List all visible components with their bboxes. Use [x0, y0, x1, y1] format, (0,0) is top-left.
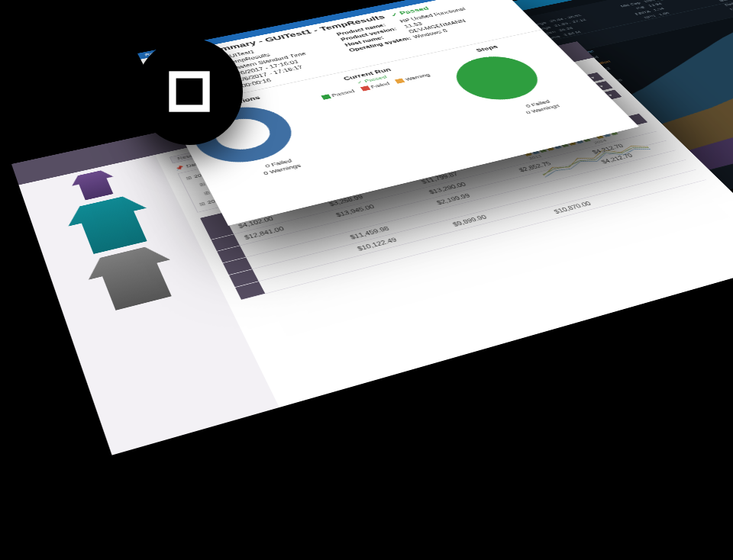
- square-logo-icon: [167, 69, 212, 114]
- logo-badge: [136, 38, 243, 145]
- svg-rect-4: [185, 87, 194, 96]
- product-thumb-teal[interactable]: [58, 191, 165, 258]
- pin-icon: 📌: [174, 165, 184, 171]
- svg-point-2: [444, 50, 552, 106]
- product-thumb-purple[interactable]: [66, 168, 122, 202]
